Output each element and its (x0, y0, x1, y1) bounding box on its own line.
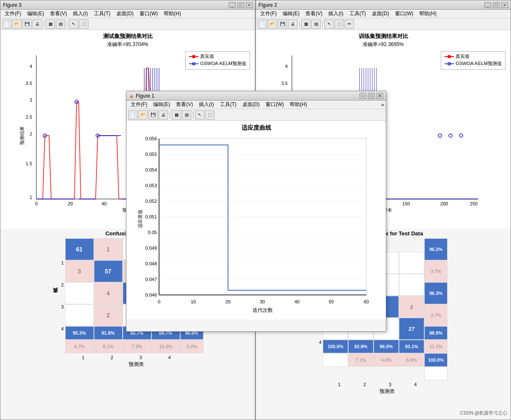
f2-tb-b1[interactable]: ▦ (301, 19, 310, 29)
svg-text:0.049: 0.049 (145, 245, 157, 251)
f1-menu-help[interactable]: 帮助(H) (287, 101, 310, 109)
f2-menu-file[interactable]: 文件(F) (258, 10, 279, 18)
figure1-title: Figure 1 (136, 93, 154, 99)
figure3-menu-desktop[interactable]: 桌面(D) (114, 10, 136, 18)
svg-text:0.056: 0.056 (145, 136, 157, 141)
f2-menu-desktop[interactable]: 桌面(D) (369, 10, 392, 18)
svg-text:0: 0 (157, 299, 160, 304)
f2-tb-b2[interactable]: ▤ (311, 19, 321, 29)
tb-open[interactable]: 📂 (12, 19, 22, 29)
f2-tb-print[interactable]: 🖨 (288, 19, 297, 29)
cell-1-1: 61 (65, 238, 94, 260)
f2-tb-b3[interactable]: ⬚ (335, 19, 344, 29)
tb-b2[interactable]: ▤ (56, 19, 65, 29)
f2-cl-4: 4 (403, 382, 428, 387)
f2-menu-window[interactable]: 窗口(W) (393, 10, 416, 18)
f2-menu-view[interactable]: 查看(V) (303, 10, 325, 18)
f2-pct-r1-c3: 96.0% (374, 340, 399, 353)
cell-3-2: 4 (94, 282, 123, 304)
f2-tb-save[interactable]: 💾 (278, 19, 287, 29)
figure3-plot-title: 测试集预测结果对比 (0, 33, 255, 40)
svg-text:3.5: 3.5 (26, 81, 32, 86)
cl-1: 1 (69, 355, 97, 360)
figure3-maximize[interactable]: □ (237, 2, 244, 8)
svg-text:0.05: 0.05 (148, 230, 157, 235)
f2-pct-r2-c2: 7.1% (348, 353, 374, 367)
f2-tb-cursor[interactable]: ↖ (324, 19, 334, 29)
f1-menu-desktop[interactable]: 桌面(D) (240, 101, 262, 109)
figure3-minimize[interactable]: _ (229, 2, 236, 8)
svg-text:40: 40 (294, 299, 299, 304)
figure3-menu-edit[interactable]: 编辑(E) (25, 10, 47, 18)
rl-4: 4 (61, 318, 63, 340)
f2-menu-help[interactable]: 帮助(H) (417, 10, 439, 18)
figure3-menu-tools[interactable]: 工具(T) (91, 10, 113, 18)
svg-text:0.048: 0.048 (145, 261, 157, 266)
figure1-titlebar: ▲ Figure 1 ─ □ ✕ (126, 91, 386, 101)
tb-save[interactable]: 💾 (22, 19, 32, 29)
svg-text:150: 150 (402, 201, 410, 206)
tb-new[interactable]: 📄 (2, 19, 11, 29)
figure1-minimize[interactable]: ─ (360, 93, 366, 99)
f2-menu-edit[interactable]: 编辑(E) (280, 10, 302, 18)
svg-text:1: 1 (30, 195, 32, 200)
figure3-menu-file[interactable]: 文件(F) (2, 10, 24, 18)
f2-menu-tools[interactable]: 工具(T) (347, 10, 368, 18)
f2-tb-open[interactable]: 📂 (268, 19, 277, 29)
f2-rp-1-2: 3.7% (424, 260, 448, 282)
f1-tb-b1[interactable]: ▦ (172, 110, 181, 120)
figure1-window[interactable]: ▲ Figure 1 ─ □ ✕ 文件(F) 编辑(E) 查看(V) 插入(I)… (126, 91, 386, 332)
f2-tb-edit-icon[interactable]: ✏ (345, 19, 354, 29)
svg-text:10: 10 (190, 299, 195, 304)
f1-menu-edit[interactable]: 编辑(E) (151, 101, 173, 109)
f1-tb-cursor[interactable]: ↖ (195, 110, 204, 120)
tb-print[interactable]: 🖨 (33, 19, 42, 29)
f1-tb-new[interactable]: 📄 (128, 110, 137, 120)
figure2-close[interactable]: × (501, 2, 508, 8)
f1-tb-save[interactable]: 💾 (148, 110, 158, 120)
figure1-close[interactable]: ✕ (376, 93, 383, 99)
f2-col-labels: 1 2 3 4 (327, 382, 448, 387)
figure3-menu-view[interactable]: 查看(V) (47, 10, 69, 18)
f1-tb-print[interactable]: 🖨 (159, 110, 168, 120)
f2-tb-sep1 (299, 20, 299, 28)
svg-text:20: 20 (68, 201, 73, 206)
pct-r2-c2: 8.1% (94, 340, 123, 353)
svg-text:20: 20 (225, 299, 230, 304)
f1-tb-b3[interactable]: ⬚ (205, 110, 214, 120)
f2-cl-1: 1 (327, 382, 352, 387)
svg-text:4: 4 (30, 64, 32, 69)
tb-b3[interactable]: ⬚ (79, 19, 88, 29)
f2-menu-insert[interactable]: 插入(I) (326, 10, 346, 18)
f2-tb-new[interactable]: 📄 (258, 19, 267, 29)
figure3-menu-insert[interactable]: 插入(I) (70, 10, 90, 18)
f2-right-pct-col: 96.3% 3.7% 96.3% 3.7% 88.9% 11.1% 100.0% (424, 238, 448, 380)
svg-text:4: 4 (285, 64, 288, 69)
figure3-menu-window[interactable]: 窗口(W) (137, 10, 160, 18)
svg-text:250: 250 (470, 201, 478, 206)
svg-text:2.5: 2.5 (26, 115, 32, 120)
f1-menu-insert[interactable]: 插入(I) (196, 101, 216, 109)
tb-cursor[interactable]: ↖ (69, 19, 78, 29)
f2-rp-3-1: 88.9% (424, 326, 448, 340)
figure2-minimize[interactable]: _ (484, 2, 491, 8)
f1-tb-open[interactable]: 📂 (138, 110, 148, 120)
svg-text:50: 50 (328, 299, 333, 304)
figure1-maximize[interactable]: □ (368, 93, 375, 99)
f2-cl-2: 2 (352, 382, 377, 387)
cl-4: 4 (155, 355, 184, 360)
figure3-close[interactable]: × (246, 2, 253, 8)
svg-text:0.055: 0.055 (145, 152, 157, 157)
f1-menu-tools[interactable]: 工具(T) (217, 101, 239, 109)
f1-tb-b2[interactable]: ▤ (182, 110, 191, 120)
f1-menu-window[interactable]: 窗口(W) (263, 101, 286, 109)
f1-menu-file[interactable]: 文件(F) (128, 101, 150, 109)
figure3-menu-help[interactable]: 帮助(H) (161, 10, 184, 18)
f1-menu-view[interactable]: 查看(V) (173, 101, 195, 109)
pct-r1-c1: 95.3% (65, 326, 94, 340)
svg-point-68 (438, 134, 442, 137)
watermark: CSDN @机器学习之心 (460, 410, 507, 416)
figure1-toolbar: 📄 📂 💾 🖨 ▦ ▤ ↖ ⬚ (126, 109, 386, 121)
figure2-maximize[interactable]: □ (493, 2, 500, 8)
tb-b1[interactable]: ▦ (46, 19, 55, 29)
